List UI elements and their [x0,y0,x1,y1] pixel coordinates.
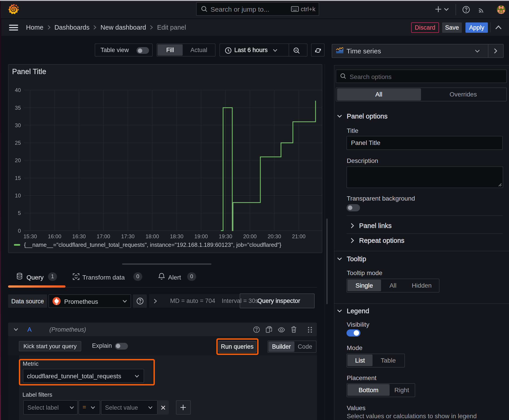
svg-text:5: 5 [18,210,21,216]
svg-text:20: 20 [15,157,21,163]
svg-text:10: 10 [15,192,21,198]
svg-text:18:30: 18:30 [170,233,183,239]
svg-text:15: 15 [15,175,21,181]
svg-text:25: 25 [15,140,21,146]
svg-text:0: 0 [18,227,21,233]
svg-text:30: 30 [15,122,21,128]
svg-text:19:00: 19:00 [194,233,208,239]
svg-text:35: 35 [15,105,21,111]
svg-text:20:30: 20:30 [267,233,281,239]
svg-text:20:00: 20:00 [243,233,257,239]
svg-text:{__name__="cloudflared_tunnel_: {__name__="cloudflared_tunnel_total_requ… [24,241,281,248]
svg-text:40: 40 [15,87,21,93]
svg-text:17:30: 17:30 [121,233,135,239]
svg-text:16:00: 16:00 [48,233,61,239]
svg-text:18:00: 18:00 [145,233,159,239]
svg-text:16:30: 16:30 [72,233,86,239]
svg-text:19:30: 19:30 [219,233,232,239]
svg-text:17:00: 17:00 [97,233,110,239]
svg-text:21:00: 21:00 [292,233,305,239]
svg-text:15:30: 15:30 [23,233,37,239]
